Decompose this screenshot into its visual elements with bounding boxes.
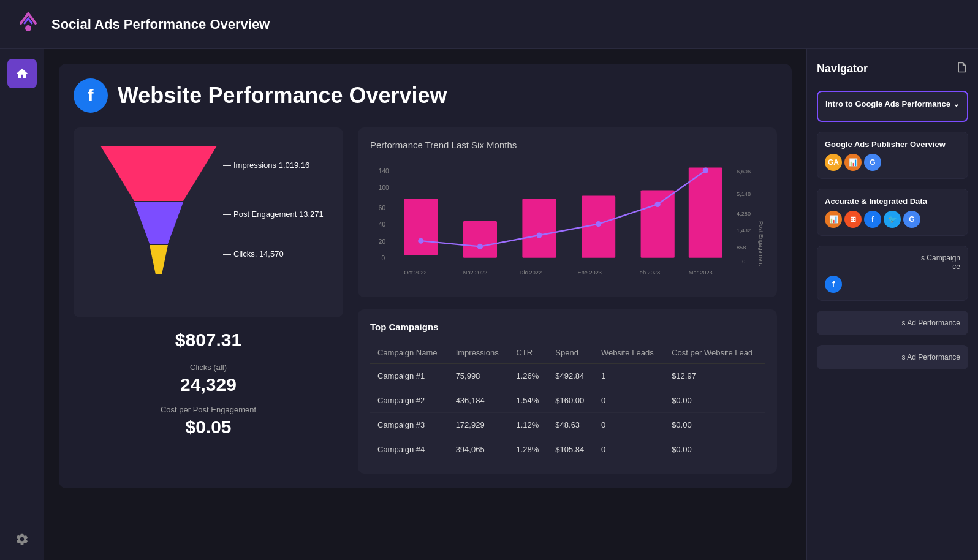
nav-item-publisher-icons: GA 📊 G (825, 154, 960, 171)
svg-text:40: 40 (379, 221, 386, 228)
svg-text:Post Engagement: Post Engagement (758, 221, 764, 266)
cpe-metric: Cost per Post Engagement $0.05 (86, 405, 331, 437)
campaigns-table: Campaign Name Impressions CTR Spend Webs… (370, 342, 765, 461)
clicks-metric-label: Clicks (all) (86, 363, 331, 372)
topbar: Social Ads Performance Overview (0, 0, 978, 49)
table-cell: $0.00 (664, 437, 765, 462)
main-layout: f Website Performance Overview (0, 49, 978, 560)
topbar-title: Social Ads Performance Overview (51, 17, 270, 32)
navigator-header: Navigator (817, 61, 968, 76)
svg-rect-21 (689, 168, 722, 258)
home-button[interactable] (7, 59, 37, 88)
nav-item-ad-perf1-label: s Ad Performance (825, 319, 960, 327)
nav-item-intro-label: Intro to Google Ads Performance (825, 99, 950, 108)
svg-point-25 (596, 221, 601, 227)
table-cell: 1.28% (509, 437, 548, 462)
col-leads: Website Leads (594, 342, 664, 364)
nav-item-ad-perf2[interactable]: s Ad Performance (817, 345, 968, 369)
nav-item-accurate-icons: 📊 ⊞ f 🐦 G (825, 211, 960, 228)
svg-text:60: 60 (379, 205, 386, 211)
table-row: Campaign #4394,0651.28%$105.840$0.00 (370, 437, 765, 462)
svg-text:1,432: 1,432 (737, 227, 751, 233)
svg-point-0 (25, 25, 31, 31)
icon-ch: 📊 (844, 154, 862, 171)
svg-text:0: 0 (381, 255, 385, 262)
table-row: Campaign #3172,9291.12%$48.630$0.00 (370, 413, 765, 437)
nav-item-publisher[interactable]: Google Ads Publisher Overview GA 📊 G (817, 132, 968, 179)
col-impressions: Impressions (449, 342, 509, 364)
svg-text:858: 858 (737, 244, 746, 251)
chart-title: Performance Trend Last Six Months (370, 140, 765, 150)
nav-item-chevron: ⌄ (953, 99, 960, 108)
table-cell: $492.84 (548, 364, 594, 388)
funnel-chart (88, 146, 229, 299)
nav-item-campaign[interactable]: s Campaignce f (817, 246, 968, 301)
svg-text:Ene 2023: Ene 2023 (578, 270, 602, 276)
navigator-icon[interactable] (956, 61, 968, 76)
table-cell: Campaign #3 (370, 413, 449, 437)
cpe-label: Cost per Post Engagement (86, 405, 331, 414)
svg-rect-18 (522, 199, 556, 258)
svg-rect-17 (463, 221, 497, 258)
nav-item-intro[interactable]: Intro to Google Ads Performance ⌄ (817, 91, 968, 122)
table-cell: $48.63 (548, 413, 594, 437)
table-cell: 75,998 (449, 364, 509, 388)
table-cell: $12.97 (664, 364, 765, 388)
dashboard-columns: —Impressions 1,019.16 —Post Engagement 1… (74, 127, 777, 474)
table-title: Top Campaigns (370, 322, 765, 332)
nav-item-campaign-label: s Campaignce (825, 254, 960, 271)
icon-fb: f (864, 211, 881, 228)
table-cell: 0 (594, 413, 664, 437)
icon-ms: ⊞ (844, 211, 862, 228)
engagement-label: —Post Engagement 13,271 (223, 210, 324, 219)
facebook-icon: f (74, 78, 108, 113)
table-cell: 394,065 (449, 437, 509, 462)
table-cell: Campaign #4 (370, 437, 449, 462)
col-cost-lead: Cost per Website Lead (664, 342, 765, 364)
funnel-container: —Impressions 1,019.16 —Post Engagement 1… (74, 127, 343, 317)
table-card: Top Campaigns Campaign Name Impressions … (358, 309, 777, 474)
icon-fb2: f (825, 276, 842, 293)
table-cell: 0 (594, 437, 664, 462)
icon-go2: G (903, 211, 920, 228)
svg-text:Mar 2023: Mar 2023 (689, 270, 713, 276)
left-panel: —Impressions 1,019.16 —Post Engagement 1… (74, 127, 343, 474)
nav-item-ad-perf2-label: s Ad Performance (825, 353, 960, 361)
nav-item-ad-perf1[interactable]: s Ad Performance (817, 311, 968, 335)
icon-ch2: 📊 (825, 211, 842, 228)
chart-card: Performance Trend Last Six Months 140 10… (358, 127, 777, 297)
logo-icon (15, 10, 42, 39)
performance-chart: 140 100 60 40 20 0 6,606 5,148 4,280 1 (370, 160, 765, 282)
svg-text:20: 20 (379, 238, 386, 245)
nav-item-campaign-icons: f (825, 276, 960, 293)
table-cell: $0.00 (664, 388, 765, 413)
svg-marker-3 (150, 245, 168, 274)
svg-text:6,606: 6,606 (737, 168, 751, 175)
nav-item-accurate[interactable]: Accurate & Integrated Data 📊 ⊞ f 🐦 G (817, 189, 968, 236)
icon-ga: GA (825, 154, 842, 171)
svg-point-27 (703, 168, 708, 173)
svg-rect-16 (404, 199, 438, 255)
table-cell: 1.12% (509, 413, 548, 437)
clicks-metric: Clicks (all) 24,329 (86, 363, 331, 395)
svg-text:140: 140 (379, 168, 389, 175)
svg-marker-1 (100, 146, 217, 201)
spend-value: $807.31 (86, 330, 331, 350)
svg-marker-2 (134, 202, 183, 244)
clicks-metric-value: 24,329 (86, 374, 331, 395)
clicks-label: —Clicks, 14,570 (223, 249, 284, 259)
table-cell: 0 (594, 388, 664, 413)
content-area: f Website Performance Overview (44, 49, 806, 560)
sidebar (0, 49, 44, 560)
dashboard-card: f Website Performance Overview (59, 64, 792, 488)
col-spend: Spend (548, 342, 594, 364)
settings-button[interactable] (11, 528, 33, 550)
dashboard-header: f Website Performance Overview (74, 78, 777, 113)
icon-tw: 🐦 (884, 211, 901, 228)
impressions-label: —Impressions 1,019.16 (223, 161, 309, 170)
navigator-panel: Navigator Intro to Google Ads Performanc… (806, 49, 978, 560)
table-cell: 1 (594, 364, 664, 388)
svg-point-23 (477, 244, 483, 249)
svg-text:Feb 2023: Feb 2023 (636, 270, 660, 276)
svg-rect-20 (641, 190, 675, 257)
